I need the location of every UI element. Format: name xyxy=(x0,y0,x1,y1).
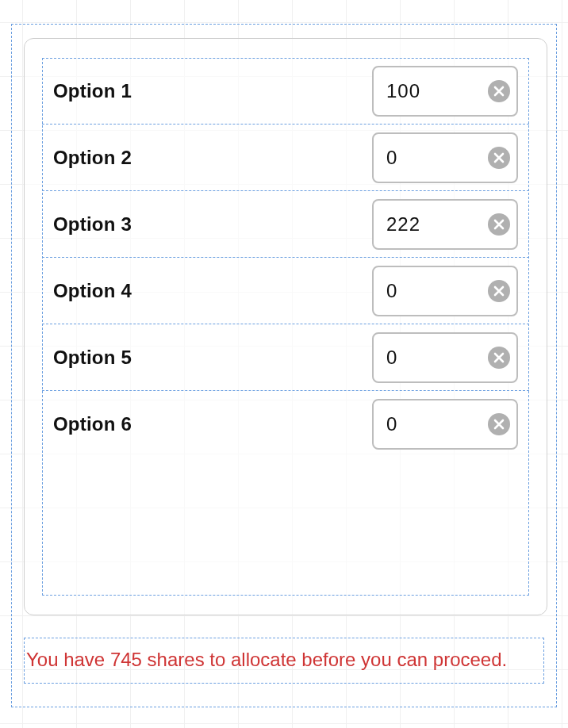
option-input-wrap xyxy=(372,132,518,183)
option-row: Option 4 xyxy=(42,258,529,324)
clear-icon xyxy=(493,219,505,230)
option-row: Option 6 xyxy=(42,391,529,458)
clear-input-button[interactable] xyxy=(488,347,510,369)
clear-input-button[interactable] xyxy=(488,80,510,102)
option-row: Option 2 xyxy=(42,125,529,191)
clear-input-button[interactable] xyxy=(488,147,510,169)
clear-icon xyxy=(493,285,505,297)
clear-input-button[interactable] xyxy=(488,280,510,302)
option-label: Option 5 xyxy=(53,347,132,369)
option-input-wrap xyxy=(372,399,518,450)
option-row: Option 5 xyxy=(42,324,529,391)
clear-icon xyxy=(493,352,505,363)
option-label: Option 3 xyxy=(53,213,132,236)
option-input-wrap xyxy=(372,66,518,117)
clear-icon xyxy=(493,419,505,430)
option-row: Option 3 xyxy=(42,191,529,258)
option-label: Option 1 xyxy=(53,80,132,102)
clear-icon xyxy=(493,86,505,97)
option-input-wrap xyxy=(372,199,518,250)
option-input-wrap xyxy=(372,332,518,383)
option-input-wrap xyxy=(372,266,518,316)
clear-input-button[interactable] xyxy=(488,413,510,435)
option-row: Option 1 xyxy=(42,58,529,125)
clear-input-button[interactable] xyxy=(488,213,510,236)
option-label: Option 6 xyxy=(53,413,132,435)
clear-icon xyxy=(493,152,505,163)
canvas: Option 1 Option 2 Option 3 xyxy=(0,0,568,728)
option-label: Option 2 xyxy=(53,147,132,169)
status-message: You have 745 shares to allocate before y… xyxy=(26,645,542,675)
option-label: Option 4 xyxy=(53,280,132,302)
status-guide: You have 745 shares to allocate before y… xyxy=(24,638,544,684)
option-list: Option 1 Option 2 Option 3 xyxy=(42,58,529,458)
allocation-card: Option 1 Option 2 Option 3 xyxy=(24,38,547,615)
